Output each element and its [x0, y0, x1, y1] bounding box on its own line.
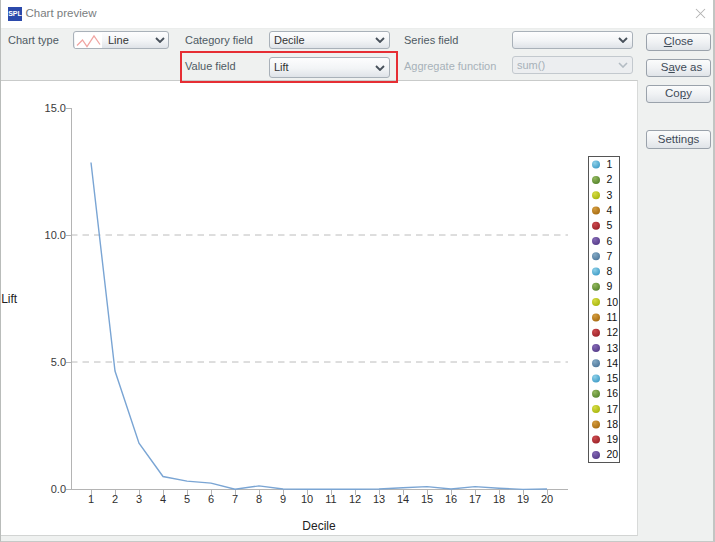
svg-text:14: 14: [397, 493, 409, 505]
svg-text:15.0: 15.0: [45, 102, 66, 114]
svg-text:1: 1: [88, 493, 94, 505]
svg-text:9: 9: [280, 493, 286, 505]
svg-text:8: 8: [607, 265, 613, 277]
svg-text:16: 16: [445, 493, 457, 505]
svg-text:8: 8: [256, 493, 262, 505]
svg-text:15: 15: [607, 372, 619, 384]
svg-text:10: 10: [301, 493, 313, 505]
svg-text:5: 5: [607, 219, 613, 231]
svg-text:18: 18: [607, 418, 619, 430]
svg-text:3: 3: [136, 493, 142, 505]
svg-text:2: 2: [607, 173, 613, 185]
svg-text:6: 6: [607, 235, 613, 247]
svg-text:15: 15: [421, 493, 433, 505]
svg-text:14: 14: [607, 357, 619, 369]
svg-text:5.0: 5.0: [51, 356, 66, 368]
svg-text:Decile: Decile: [302, 519, 336, 533]
svg-text:2: 2: [112, 493, 118, 505]
svg-text:11: 11: [325, 493, 336, 505]
svg-text:7: 7: [232, 493, 238, 505]
svg-text:1: 1: [607, 158, 613, 170]
svg-text:17: 17: [607, 403, 619, 415]
svg-text:20: 20: [607, 448, 619, 460]
svg-text:12: 12: [607, 326, 619, 338]
svg-text:13: 13: [607, 342, 619, 354]
svg-text:0.0: 0.0: [51, 483, 66, 495]
svg-text:17: 17: [469, 493, 481, 505]
svg-text:7: 7: [607, 250, 613, 262]
svg-text:5: 5: [184, 493, 190, 505]
svg-text:10.0: 10.0: [45, 229, 66, 241]
svg-text:6: 6: [208, 493, 214, 505]
svg-text:19: 19: [607, 433, 619, 445]
svg-text:13: 13: [373, 493, 385, 505]
svg-text:3: 3: [607, 189, 613, 201]
svg-text:12: 12: [349, 493, 361, 505]
svg-text:Lift: Lift: [1, 292, 18, 306]
svg-text:20: 20: [541, 493, 553, 505]
svg-text:16: 16: [607, 387, 619, 399]
svg-text:11: 11: [607, 311, 618, 323]
svg-text:4: 4: [160, 493, 166, 505]
svg-text:4: 4: [607, 204, 613, 216]
svg-text:19: 19: [517, 493, 529, 505]
svg-text:9: 9: [607, 280, 613, 292]
svg-text:18: 18: [493, 493, 505, 505]
svg-text:10: 10: [607, 296, 619, 308]
